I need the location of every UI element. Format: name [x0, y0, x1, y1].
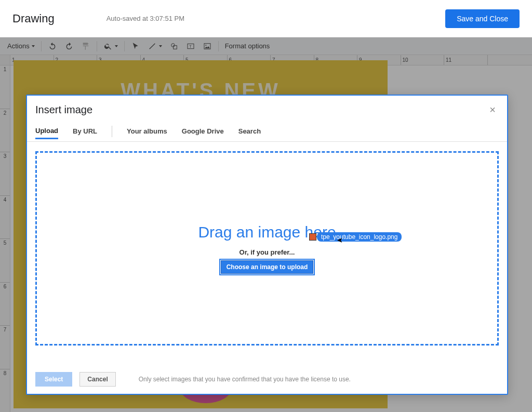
modal-header: Insert image ×	[27, 96, 507, 121]
or-prompt: Or, if you prefer...	[240, 248, 295, 256]
autosave-status: Auto-saved at 3:07:51 PM	[107, 15, 184, 22]
cancel-button[interactable]: Cancel	[79, 372, 115, 387]
drag-prompt: Drag an image here	[198, 223, 336, 241]
tab-upload[interactable]: Upload	[35, 124, 58, 139]
save-and-close-button[interactable]: Save and Close	[445, 9, 520, 28]
close-button[interactable]: ×	[486, 103, 499, 117]
modal-tabs: Upload By URL Your albums Google Drive S…	[27, 121, 507, 142]
tab-google-drive[interactable]: Google Drive	[182, 124, 224, 138]
insert-image-modal: Insert image × Upload By URL Your albums…	[26, 95, 508, 395]
cursor-icon: ➤	[337, 236, 343, 244]
modal-body: Drag an image here Or, if you prefer... …	[27, 142, 507, 366]
drawing-header: Drawing Auto-saved at 3:07:51 PM Save an…	[0, 0, 532, 37]
select-button[interactable]: Select	[35, 372, 72, 387]
modal-title: Insert image	[35, 104, 92, 116]
tab-divider	[112, 126, 112, 137]
drawing-title: Drawing	[12, 12, 55, 25]
tab-your-albums[interactable]: Your albums	[127, 124, 167, 138]
modal-footer: Select Cancel Only select images that yo…	[27, 366, 507, 394]
close-icon: ×	[489, 104, 496, 115]
license-note: Only select images that you have confirm…	[139, 376, 351, 383]
tab-by-url[interactable]: By URL	[73, 124, 97, 138]
choose-image-button[interactable]: Choose an image to upload	[221, 260, 314, 274]
tab-search[interactable]: Search	[238, 124, 261, 138]
upload-dropzone[interactable]: Drag an image here Or, if you prefer... …	[35, 151, 499, 345]
